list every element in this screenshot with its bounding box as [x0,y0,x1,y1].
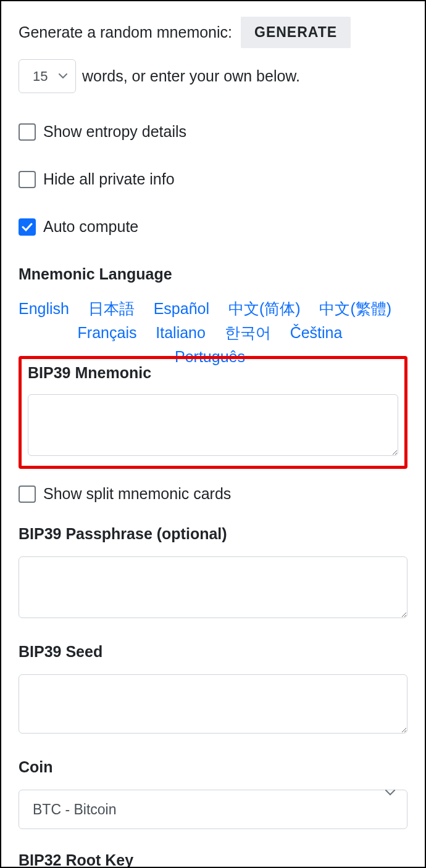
bip39-mnemonic-highlight: BIP39 Mnemonic [19,356,407,469]
generate-button[interactable]: GENERATE [241,17,351,48]
bip39-mnemonic-input[interactable] [28,394,398,456]
show-entropy-label: Show entropy details [43,123,186,141]
hide-private-label: Hide all private info [43,170,175,188]
bip39-passphrase-input[interactable] [19,556,407,618]
lang-chinese-simplified[interactable]: 中文(简体) [228,297,301,321]
coin-label: Coin [19,758,407,776]
lang-italian[interactable]: Italiano [156,321,206,345]
bip39-seed-input[interactable] [19,674,407,734]
lang-japanese[interactable]: 日本語 [88,297,135,321]
lang-english[interactable]: English [19,297,69,321]
show-entropy-checkbox[interactable] [19,123,36,141]
auto-compute-checkbox[interactable] [19,218,36,236]
lang-spanish[interactable]: Español [154,297,209,321]
lang-korean[interactable]: 한국어 [225,321,271,345]
auto-compute-label: Auto compute [43,218,138,236]
bip32-root-key-label: BIP32 Root Key [19,851,407,868]
show-split-label: Show split mnemonic cards [43,485,231,503]
lang-chinese-traditional[interactable]: 中文(繁體) [319,297,391,321]
word-count-select[interactable]: 15 [19,59,76,93]
lang-czech[interactable]: Čeština [290,321,343,345]
hide-private-checkbox[interactable] [19,171,36,188]
mnemonic-language-title: Mnemonic Language [19,265,407,283]
generate-label: Generate a random mnemonic: [19,23,232,41]
bip39-mnemonic-label: BIP39 Mnemonic [28,364,398,382]
lang-french[interactable]: Français [78,321,137,345]
bip39-seed-label: BIP39 Seed [19,643,407,661]
bip39-passphrase-label: BIP39 Passphrase (optional) [19,525,407,543]
coin-select[interactable]: BTC - Bitcoin [19,790,407,829]
word-count-suffix: words, or enter your own below. [82,67,300,85]
show-split-checkbox[interactable] [19,486,36,503]
